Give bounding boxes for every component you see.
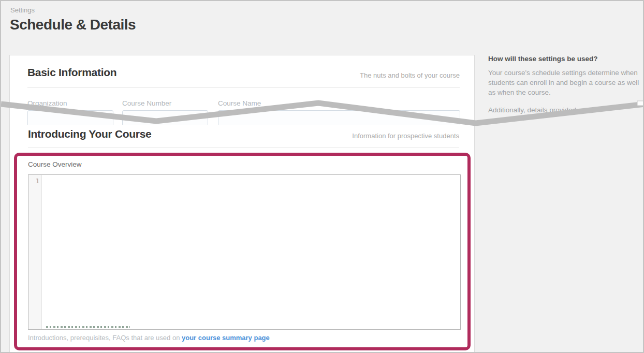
- introducing-course-heading: Introducing Your Course: [28, 128, 152, 140]
- sidebar-help-heading: How will these settings be used?: [488, 55, 639, 63]
- organization-label: Organization: [27, 99, 67, 107]
- settings-panel: Basic Information The nuts and bolts of …: [9, 55, 475, 353]
- breadcrumb: Settings: [10, 6, 35, 14]
- course-name-label: Course Name: [218, 99, 261, 107]
- schedule-details-page: Settings Schedule & Details Basic Inform…: [0, 0, 644, 353]
- course-summary-page-link[interactable]: your course summary page: [182, 334, 270, 342]
- sidebar-help-paragraph: Your course's schedule settings determin…: [488, 68, 641, 97]
- clipped-text-artifact: [46, 326, 130, 328]
- page-title: Schedule & Details: [10, 17, 136, 33]
- introducing-course-subtitle: Information for prospective students: [352, 132, 459, 140]
- line-number: 1: [36, 178, 39, 185]
- divider: [27, 87, 460, 88]
- sidebar-help-paragraph: Additionally, details provided: [488, 105, 641, 115]
- basic-information-heading: Basic Information: [27, 66, 116, 79]
- introducing-section: Introducing Your Course Information for …: [10, 125, 474, 353]
- course-number-label: Course Number: [122, 99, 171, 107]
- caption-text: Introductions, prerequisites, FAQs that …: [28, 334, 182, 342]
- divider: [28, 148, 459, 148]
- editor-text-area[interactable]: [42, 175, 460, 329]
- editor-line-number-gutter: 1: [28, 175, 42, 329]
- course-overview-editor: 1: [28, 174, 461, 330]
- basic-information-subtitle: The nuts and bolts of your course: [360, 71, 460, 79]
- overview-caption: Introductions, prerequisites, FAQs that …: [28, 334, 270, 342]
- course-overview-label: Course Overview: [28, 160, 82, 168]
